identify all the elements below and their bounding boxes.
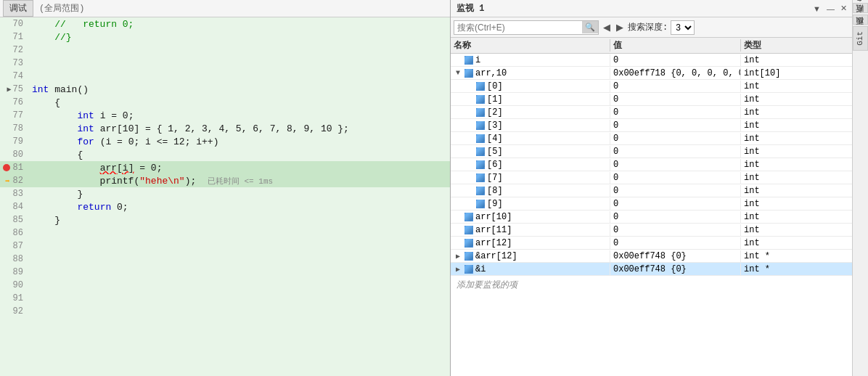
variable-name: [1] [487,94,503,105]
line-gutter: 92 [0,306,29,316]
line-number: 79 [13,136,23,147]
line-code: //} [29,32,72,43]
expand-arrow-icon[interactable]: ▶ [454,252,462,261]
line-number: 88 [13,254,23,264]
line-gutter: 88 [0,254,29,264]
sidebar-tab-breakpoints[interactable]: 断点 [853,15,868,25]
search-forward-btn[interactable]: ▶ [615,22,625,33]
search-input-wrap[interactable]: 🔍 [454,20,599,35]
line-number: 86 [13,228,23,238]
watch-row[interactable]: [4]0int [451,132,852,145]
code-line: 86 [0,226,450,240]
variable-name: i [475,55,480,65]
sidebar-tab-git[interactable]: Git面板 [853,26,868,51]
sidebar-tab-polymorphism[interactable]: 多态基础 [853,3,868,13]
watch-controls: ▼ — ✕ [811,4,849,13]
code-line: 77 int i = 0; [0,109,450,122]
code-line: 72 [0,44,450,57]
watch-row[interactable]: [1]0int [451,93,852,106]
watch-cell-type: int [741,185,852,197]
watch-minimize-btn[interactable]: — [824,4,837,13]
search-back-btn[interactable]: ◀ [602,22,612,33]
variable-name: arr[12] [475,238,512,248]
watch-row[interactable]: arr[12]0int [451,237,852,250]
search-input[interactable] [454,23,582,33]
watch-row[interactable]: [9]0int [451,197,852,211]
line-gutter: 81 [0,163,29,173]
line-code: int main() [29,84,89,95]
code-line: 85 } [0,213,450,226]
line-number: 85 [13,215,23,225]
watch-cell-name: [1] [451,94,610,105]
debug-tab[interactable]: 调试 [3,0,33,17]
line-number: 76 [13,97,23,107]
watch-cell-type: int [741,224,852,236]
expand-arrow-icon[interactable]: ▶ [454,265,462,274]
variable-name: &arr[12] [475,251,517,261]
search-icon-btn[interactable]: 🔍 [582,21,598,33]
watch-cell-type: int [741,107,852,118]
watch-row[interactable]: ▼ arr,100x00eff718 {0, 0, 0, 0, 0, 0, 0,… [451,67,852,80]
watch-cell-type: int [741,172,852,184]
watch-row[interactable]: ▶ &i0x00eff748 {0}int * [451,263,852,276]
watch-cell-value: 0 [610,198,741,210]
line-number: 75 [13,84,23,94]
watch-row[interactable]: [3]0int [451,119,852,132]
watch-add-hint[interactable]: 添加要监视的项 [451,276,852,294]
watch-row[interactable]: arr[11]0int [451,224,852,237]
watch-cell-type: int [741,146,852,158]
code-line: 91 [0,292,450,305]
fn-marker: ▶ [7,85,12,94]
code-line: 73 [0,57,450,70]
variable-icon [464,69,473,78]
variable-name: [3] [487,120,503,131]
variable-icon [476,147,485,156]
line-number: 72 [13,45,23,55]
line-gutter: 71 [0,32,29,42]
line-number: 73 [13,58,23,68]
variable-name: [4] [487,134,503,144]
variable-icon [476,187,485,195]
watch-row[interactable]: [6]0int [451,158,852,171]
line-code: // return 0; [29,19,134,30]
watch-row[interactable]: [8]0int [451,184,852,197]
line-number: 83 [13,189,23,199]
code-line: 79 for (i = 0; i <= 12; i++) [0,135,450,148]
line-gutter: 91 [0,293,29,303]
line-number: 74 [13,71,23,81]
line-gutter: ▶75 [0,84,29,94]
variable-name: [0] [487,81,503,91]
watch-close-btn[interactable]: ✕ [838,4,849,13]
watch-header: 监视 1 ▼ — ✕ [451,0,852,17]
watch-cell-value: 0 [610,133,741,144]
depth-select[interactable]: 3 1 2 4 5 [671,20,695,35]
watch-row[interactable]: ▶ &arr[12]0x00eff748 {0}int * [451,250,852,263]
code-line: 83 } [0,187,450,200]
watch-row[interactable]: [2]0int [451,106,852,119]
watch-cell-value: 0x00eff748 {0} [610,250,741,262]
line-number: 70 [13,19,23,29]
line-code: } [29,215,60,226]
line-gutter: 78 [0,123,29,134]
expand-arrow-icon[interactable]: ▼ [454,69,462,77]
watch-row[interactable]: i0int [451,54,852,67]
watch-cell-name: [4] [451,133,610,144]
watch-row[interactable]: [7]0int [451,171,852,184]
watch-cell-value: 0 [610,120,741,131]
variable-name: arr,10 [475,68,507,78]
line-number: 84 [13,202,23,212]
variable-icon [464,265,473,274]
code-toolbar: 调试 (全局范围) [0,0,450,17]
line-gutter: 79 [0,136,29,147]
watch-cell-type: int [741,159,852,171]
watch-row[interactable]: [5]0int [451,145,852,158]
watch-row[interactable]: arr[10]0int [451,211,852,224]
watch-row[interactable]: [0]0int [451,80,852,93]
watch-table: 名称 值 类型 i0int▼ arr,100x00eff718 {0, 0, 0… [451,38,852,376]
watch-cell-value: 0 [610,172,741,184]
watch-cell-value: 0 [610,159,741,171]
line-gutter: ➡82 [0,176,29,186]
watch-dropdown-btn[interactable]: ▼ [811,4,823,13]
watch-cell-type: int [741,237,852,249]
variable-name: arr[11] [475,225,512,235]
